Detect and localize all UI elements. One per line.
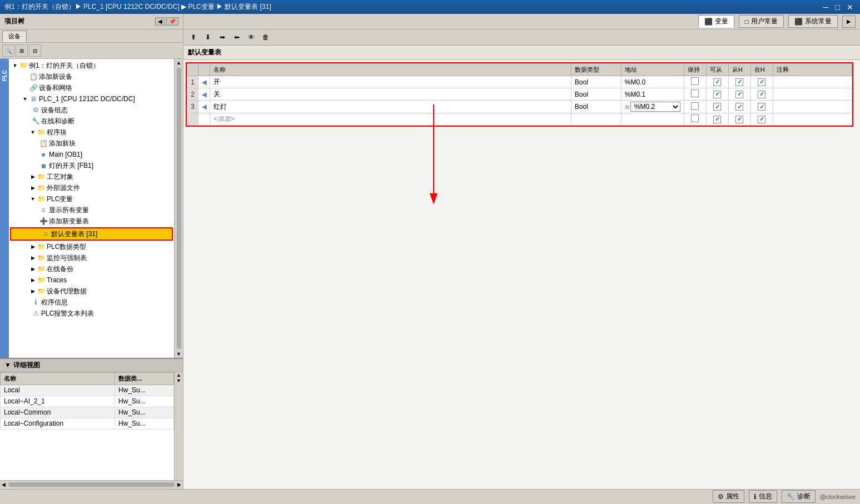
row-accessible-cell[interactable]: [706, 76, 728, 88]
tree-item-program-block[interactable]: ▼ 📁 程序块: [9, 127, 174, 138]
row-retain-cell[interactable]: [684, 76, 706, 88]
retain-checkbox[interactable]: [691, 77, 699, 85]
close-button[interactable]: ✕: [844, 3, 856, 12]
scroll-up-btn[interactable]: ▲: [175, 59, 182, 67]
tree-item-process-obj[interactable]: ▶ 📁 工艺对象: [9, 171, 174, 182]
toolbar-tree-btn[interactable]: ⊟: [29, 44, 41, 57]
expand-program-block[interactable]: ▼: [29, 128, 37, 136]
tree-item-default-var-table[interactable]: ≡ 默认变量表 [31]: [11, 228, 172, 239]
tree-item-device-net[interactable]: 🔗 设备和网络: [9, 82, 174, 93]
fromh-checkbox[interactable]: [735, 91, 743, 98]
tab-devices[interactable]: 设备: [2, 31, 27, 42]
tree-item-plc1[interactable]: ▼ 🖥 PLC_1 [CPU 1212C DC/DC/DC]: [9, 93, 174, 104]
sidebar-pin-btn[interactable]: 📌: [166, 17, 178, 26]
tree-item-light-fb1[interactable]: ◼ 灯的开关 [FB1]: [9, 160, 174, 171]
accessible-checkbox[interactable]: [713, 91, 721, 98]
tree-item-add-device[interactable]: 📋 添加新设备: [9, 71, 174, 82]
inh-checkbox[interactable]: [758, 116, 765, 123]
minimize-button[interactable]: ─: [821, 3, 831, 12]
detail-scrollbar[interactable]: ▲ ▼: [174, 372, 183, 480]
toolbar-search-btn[interactable]: 🔍: [2, 44, 14, 57]
detail-scroll-up[interactable]: ▲: [175, 372, 183, 378]
tree-item-program-info[interactable]: ℹ 程序信息: [9, 297, 174, 308]
toolbar-btn-4[interactable]: ⬅: [230, 31, 243, 43]
tree-item-online-diag[interactable]: 🔧 在线和诊断: [9, 116, 174, 127]
toolbar-btn-1[interactable]: ⬆: [187, 31, 200, 43]
sidebar-hscroll[interactable]: ◀ ▶: [0, 480, 183, 489]
restore-button[interactable]: □: [833, 3, 842, 12]
hscroll-right[interactable]: ▶: [176, 482, 183, 487]
status-diag-btn[interactable]: 🔧 诊断: [782, 490, 816, 503]
expand-process-obj[interactable]: ▶: [29, 173, 37, 181]
toolbar-btn-delete[interactable]: 🗑: [259, 31, 272, 43]
row-inh-cell[interactable]: [750, 88, 773, 101]
scroll-down-btn[interactable]: ▼: [175, 350, 182, 358]
tree-item-add-var-table[interactable]: ➕ 添加新变量表: [9, 216, 174, 227]
expand-online-backup[interactable]: ▶: [29, 265, 37, 273]
expand-plc-var[interactable]: ▼: [29, 195, 37, 203]
fromh-checkbox[interactable]: [735, 78, 743, 86]
expand-device-proxy[interactable]: ▶: [29, 287, 37, 295]
row-retain-cell[interactable]: [684, 88, 706, 101]
tree-item-monitor-force[interactable]: ▶ 📁 监控与强制表: [9, 252, 174, 263]
expand-plc-data-type[interactable]: ▶: [29, 243, 37, 251]
toolbar-grid-btn[interactable]: ⊞: [16, 44, 28, 57]
tree-item-plc-alarm[interactable]: ⚠ PLC报警文本列表: [9, 308, 174, 319]
row-fromh-cell[interactable]: [728, 101, 750, 113]
tree-item-main-ob1[interactable]: ■ Main [OB1]: [9, 149, 174, 160]
row-accessible-cell[interactable]: [706, 101, 728, 113]
tree-item-plc-var[interactable]: ▼ 📁 PLC变量: [9, 193, 174, 204]
tree-item-ext-files[interactable]: ▶ 📁 外部源文件: [9, 182, 174, 193]
toolbar-btn-2[interactable]: ⬇: [201, 31, 215, 43]
tree-item-show-all-var[interactable]: ≡ 显示所有变量: [9, 204, 174, 216]
row-retain-cell[interactable]: [684, 101, 706, 113]
detail-collapse-icon[interactable]: ▼: [4, 361, 11, 369]
expand-ext-files[interactable]: ▶: [29, 184, 37, 192]
retain-checkbox[interactable]: [691, 89, 699, 97]
right-arrow-btn[interactable]: ▶: [842, 16, 856, 28]
tree-item-traces[interactable]: ▶ 📁 Traces: [9, 275, 174, 286]
expand-root[interactable]: ▼: [11, 62, 19, 69]
row-retain-cell[interactable]: [684, 113, 706, 126]
row-fromh-cell[interactable]: [728, 113, 750, 126]
row-accessible-cell[interactable]: [706, 88, 728, 101]
accessible-checkbox[interactable]: [713, 78, 721, 86]
retain-checkbox[interactable]: [691, 114, 699, 122]
fromh-checkbox[interactable]: [735, 116, 743, 123]
row-fromh-cell[interactable]: [728, 76, 750, 88]
tree-item-root[interactable]: ▼ 📁 例1：灯的开关（自锁）: [9, 60, 174, 71]
status-info-btn[interactable]: ℹ 信息: [749, 490, 777, 503]
row-inh-cell[interactable]: [750, 101, 773, 113]
tree-item-device-config[interactable]: ⚙ 设备组态: [9, 104, 174, 116]
tree-item-add-block[interactable]: 📋 添加新块: [9, 138, 174, 149]
accessible-checkbox[interactable]: [713, 116, 721, 123]
inh-checkbox[interactable]: [758, 78, 765, 86]
toolbar-btn-3[interactable]: ➡: [216, 31, 229, 43]
toolbar-btn-eye[interactable]: 👁: [245, 31, 258, 43]
inh-checkbox[interactable]: [758, 91, 765, 98]
inh-checkbox[interactable]: [758, 103, 765, 111]
tree-item-plc-data-type[interactable]: ▶ 📁 PLC数据类型: [9, 241, 174, 252]
detail-scroll-down[interactable]: ▼: [175, 378, 183, 383]
expand-monitor-force[interactable]: ▶: [29, 254, 37, 262]
status-properties-btn[interactable]: ⚙ 属性: [713, 490, 744, 503]
tab-variables[interactable]: ⬛ 变量: [698, 15, 734, 28]
hscroll-left[interactable]: ◀: [0, 482, 7, 487]
row-fromh-cell[interactable]: [728, 88, 750, 101]
tree-item-device-proxy[interactable]: ▶ 📁 设备代理数据: [9, 286, 174, 297]
sidebar-collapse-btn[interactable]: ◀: [155, 17, 165, 26]
row-inh-cell[interactable]: [750, 113, 773, 126]
row-accessible-cell[interactable]: [706, 113, 728, 126]
row-addr-cell[interactable]: ⊞%M0.2: [621, 101, 684, 113]
row-name-cell[interactable]: <添加>: [210, 113, 571, 126]
expand-plc1[interactable]: ▼: [21, 95, 29, 103]
expand-traces[interactable]: ▶: [29, 276, 37, 284]
accessible-checkbox[interactable]: [713, 103, 721, 111]
sidebar-scrollbar[interactable]: ▲ ▼: [174, 59, 183, 358]
tree-item-online-backup[interactable]: ▶ 📁 在线备份: [9, 263, 174, 275]
retain-checkbox[interactable]: [691, 102, 699, 110]
row-inh-cell[interactable]: [750, 76, 773, 88]
tab-system-const[interactable]: ⬛ 系统常量: [788, 15, 838, 28]
addr-dropdown[interactable]: %M0.2: [630, 102, 680, 112]
tab-user-const[interactable]: □ 用户常量: [739, 15, 784, 28]
